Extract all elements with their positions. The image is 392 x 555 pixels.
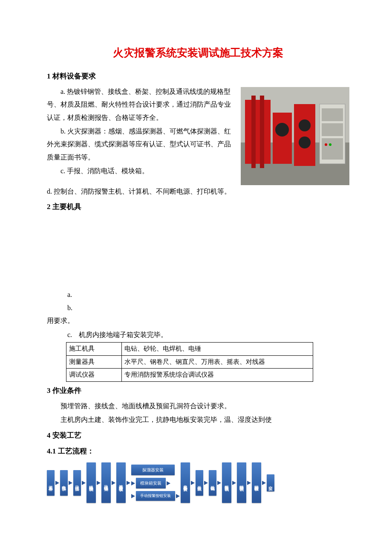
para-h: 预埋管路、接线盒、地面线槽及预留孔洞符合设计要求。 bbox=[47, 400, 349, 413]
flow-step-5: 导线端子挂锡 bbox=[101, 462, 111, 503]
arrow-icon bbox=[232, 481, 236, 485]
flow-step-9: 设备编码 bbox=[209, 470, 216, 496]
svg-rect-2 bbox=[245, 100, 271, 164]
arrow-icon bbox=[176, 494, 180, 498]
flow-mid-row-2: 模块箱安装 bbox=[131, 478, 180, 488]
table-row: 调试仪器 专用消防报警系统综合调试仪器 bbox=[66, 369, 313, 382]
flow-mid-1: 探溜器安装 bbox=[131, 465, 175, 475]
section-4-text: 安装工艺 bbox=[52, 431, 81, 439]
section-4-1-num: 4.1 bbox=[47, 447, 56, 455]
arrow-icon bbox=[97, 481, 101, 485]
cell-label: 施工机具 bbox=[66, 343, 122, 356]
arrow-icon bbox=[82, 481, 86, 485]
section-4-heading: 4 安装工艺 bbox=[47, 429, 349, 442]
section-1-text: 材料设备要求 bbox=[52, 72, 96, 80]
arrow-icon bbox=[167, 481, 170, 485]
cell-value: 电钻、砂轮、电焊机、电锤 bbox=[122, 343, 313, 356]
pump-room-illustration bbox=[241, 87, 349, 185]
arrow-icon bbox=[247, 481, 251, 485]
cell-label: 调试仪器 bbox=[66, 369, 122, 382]
intro-text-column: a. 热镀锌钢管、接线盒、桥架、控制及通讯线缆的规格型号、材质及阻燃、耐火特性符… bbox=[47, 85, 236, 185]
flow-step-3: 导线连接 bbox=[73, 470, 81, 496]
flow-mid-2: 模块箱安装 bbox=[136, 478, 166, 488]
svg-point-14 bbox=[325, 143, 327, 146]
section-4-num: 4 bbox=[47, 431, 51, 439]
flow-step-7: 主机房设备安装 bbox=[181, 462, 190, 503]
section-4-1-text: 工艺流程： bbox=[58, 447, 94, 455]
para-b: b. 火灾探测器：感烟、感温探测器、可燃气体探测器、红外光束探测器、缆式探测器等… bbox=[47, 125, 236, 164]
flow-step-2: 电线敷设 bbox=[60, 470, 68, 496]
section-1-heading: 1 材料设备要求 bbox=[47, 70, 349, 83]
section-2-num: 2 bbox=[47, 203, 51, 211]
para-e: a. bbox=[47, 288, 349, 301]
svg-point-6 bbox=[275, 123, 289, 137]
svg-rect-4 bbox=[260, 96, 264, 168]
section-3-num: 3 bbox=[47, 386, 51, 395]
flow-step-10: 报警系统调试 bbox=[222, 462, 231, 503]
section-1-num: 1 bbox=[47, 72, 51, 80]
cell-value: 水平尺、钢卷尺、钢直尺、万用表、摇表、对线器 bbox=[122, 355, 313, 369]
section-2-text: 主要机具 bbox=[52, 203, 81, 211]
flow-step-6: 设备开箱检查验收 bbox=[116, 462, 126, 503]
arrow-icon bbox=[131, 494, 135, 498]
intro-row: a. 热镀锌钢管、接线盒、桥架、控制及通讯线缆的规格型号、材质及阻燃、耐火特性符… bbox=[47, 85, 349, 185]
cell-value: 专用消防报警系统综合调试仪器 bbox=[122, 369, 313, 382]
tools-table: 施工机具 电钻、砂轮、电焊机、电锤 测量器具 水平尺、钢卷尺、钢直尺、万用表、摇… bbox=[66, 342, 313, 382]
flow-step-12: 消防检测验收 bbox=[252, 462, 261, 503]
svg-rect-11 bbox=[322, 108, 343, 121]
flow-mid-row-3: 手动报警按钮安装 bbox=[131, 491, 180, 501]
section-3-heading: 3 作业条件 bbox=[47, 384, 349, 398]
table-row: 测量器具 水平尺、钢卷尺、钢直尺、万用表、摇表、对线器 bbox=[66, 355, 313, 369]
arrow-icon bbox=[191, 481, 195, 485]
fire-equipment-photo bbox=[241, 87, 349, 185]
flow-mid-3: 手动报警按钮安装 bbox=[136, 491, 175, 501]
para-c: c. 手报、消防电话、模块箱。 bbox=[47, 165, 236, 177]
process-flowchart: 施工准备 电线敷设 导线连接 线路绝缘测试 导线端子挂锡 设备开箱检查验收 探溜… bbox=[47, 462, 349, 503]
para-g: c. 机房内接地端子箱安装完毕。 bbox=[47, 328, 349, 341]
flow-step-13: 交接 bbox=[267, 474, 274, 491]
svg-rect-13 bbox=[322, 138, 343, 160]
flow-parallel-group: 探溜器安装 模块箱安装 手动报警按钮安装 bbox=[131, 465, 180, 501]
flow-step-8: 设备接线 bbox=[196, 470, 203, 496]
arrow-icon bbox=[204, 481, 208, 485]
arrow-icon bbox=[55, 481, 59, 485]
svg-rect-5 bbox=[273, 113, 292, 164]
table-row: 施工机具 电钻、砂轮、电焊机、电锤 bbox=[66, 343, 313, 356]
svg-rect-12 bbox=[322, 123, 343, 136]
para-d: d. 控制台、消防报警主机、计算机、不间断电源、打印机等。 bbox=[47, 185, 349, 198]
arrow-icon bbox=[69, 481, 72, 485]
flow-step-4: 线路绝缘测试 bbox=[86, 462, 96, 503]
para-a: a. 热镀锌钢管、接线盒、桥架、控制及通讯线缆的规格型号、材质及阻燃、耐火特性符… bbox=[47, 85, 236, 124]
cell-label: 测量器具 bbox=[66, 355, 122, 369]
para-f: b. bbox=[47, 302, 349, 314]
svg-point-8 bbox=[299, 119, 311, 131]
arrow-icon bbox=[131, 481, 135, 485]
arrow-icon bbox=[127, 481, 130, 485]
svg-point-9 bbox=[299, 137, 311, 148]
blank-gap bbox=[47, 216, 349, 288]
flow-step-11: 消防联动调试 bbox=[237, 462, 246, 503]
document-title: 火灾报警系统安装调试施工技术方案 bbox=[47, 43, 349, 63]
para-use: 用要求。 bbox=[47, 314, 349, 327]
para-i: 主机房内土建、装饰作业完工，抗静电地板安装完毕，温、湿度达到使 bbox=[47, 413, 349, 426]
svg-point-15 bbox=[329, 143, 331, 146]
svg-rect-3 bbox=[251, 96, 256, 168]
section-3-text: 作业条件 bbox=[52, 386, 81, 395]
arrow-icon bbox=[112, 481, 115, 485]
flow-mid-row-1: 探溜器安装 bbox=[131, 465, 180, 475]
section-2-heading: 2 主要机具 bbox=[47, 200, 349, 214]
section-4-1-heading: 4.1 工艺流程： bbox=[47, 445, 349, 458]
svg-rect-7 bbox=[294, 104, 315, 166]
flow-step-1: 施工准备 bbox=[47, 470, 55, 496]
arrow-icon bbox=[262, 481, 266, 485]
arrow-icon bbox=[217, 481, 221, 485]
